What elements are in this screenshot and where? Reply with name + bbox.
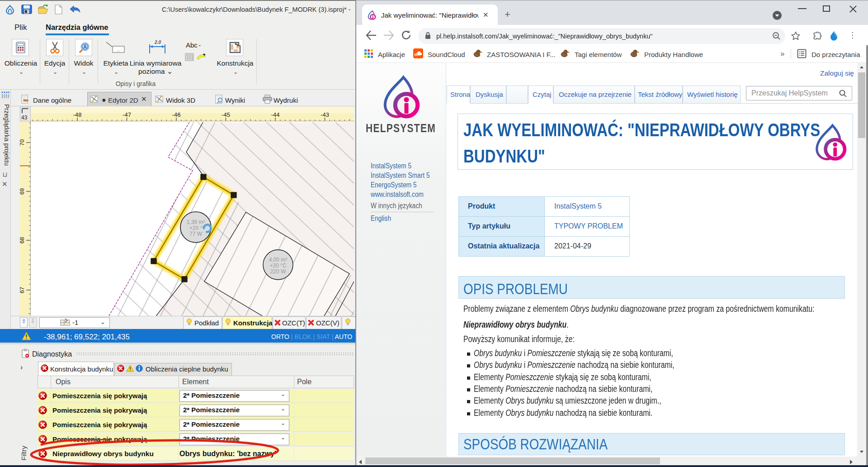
svg-text:-44: -44 bbox=[271, 111, 280, 118]
svg-text:-46: -46 bbox=[172, 111, 181, 118]
svg-text:-45: -45 bbox=[222, 111, 230, 118]
svg-text:-43: -43 bbox=[321, 111, 329, 118]
svg-text:69: 69 bbox=[20, 188, 25, 195]
svg-text:70: 70 bbox=[20, 139, 25, 146]
svg-text:A: A bbox=[83, 44, 86, 49]
svg-text:-48: -48 bbox=[73, 111, 82, 118]
svg-text:220 W: 220 W bbox=[270, 268, 286, 275]
svg-text:4,00 m²: 4,00 m² bbox=[269, 257, 288, 263]
svg-text:67: 67 bbox=[20, 287, 25, 293]
svg-text:-47: -47 bbox=[123, 111, 131, 118]
svg-text:68: 68 bbox=[20, 237, 25, 243]
svg-text:77 W: 77 W bbox=[189, 231, 203, 237]
svg-text:...: ... bbox=[117, 48, 120, 52]
svg-text:1,39 m²: 1,39 m² bbox=[187, 219, 205, 225]
svg-text:+20 °C: +20 °C bbox=[269, 262, 286, 269]
svg-text:+20 °: +20 ° bbox=[189, 225, 203, 231]
svg-text:2.0: 2.0 bbox=[154, 40, 161, 45]
